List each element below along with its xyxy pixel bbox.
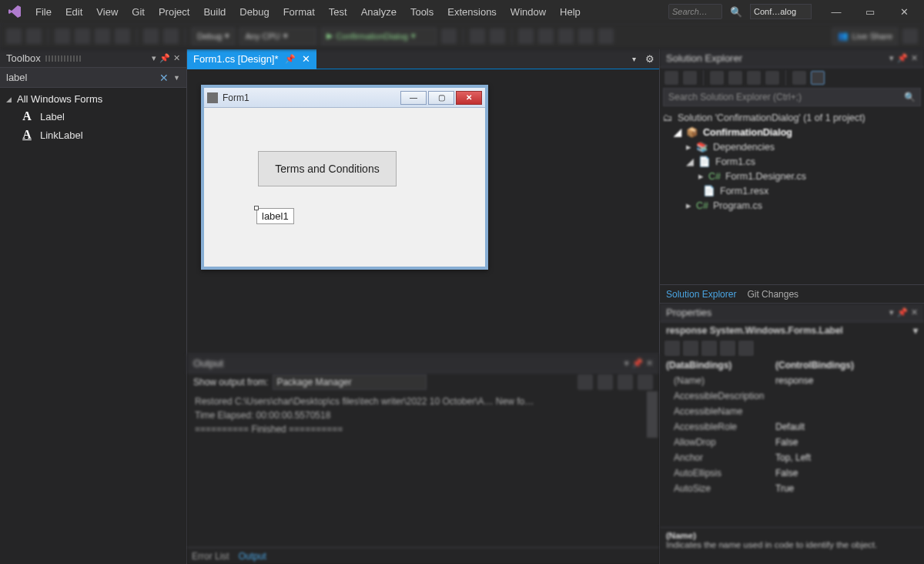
output-text[interactable]: Restored C:\Users\char\Desktop\cs files\…: [187, 391, 659, 547]
solution-search-input[interactable]: Search Solution Explorer (Ctrl+;) 🔍: [663, 88, 921, 106]
menu-help[interactable]: Help: [554, 3, 587, 21]
document-tab-form1-design[interactable]: Form1.cs [Design]* 📌 ✕: [187, 49, 316, 69]
tb-icon-a[interactable]: [470, 29, 485, 44]
property-row[interactable]: AccessibleName: [660, 404, 924, 419]
output-source-dropdown[interactable]: Package Manager: [273, 374, 427, 390]
toolbox-item-label[interactable]: ALabel: [0, 107, 186, 126]
dependencies-node[interactable]: ▸📚Dependencies: [663, 139, 921, 154]
tab-solution-explorer[interactable]: Solution Explorer: [666, 289, 736, 300]
window-minimize-button[interactable]: —: [819, 1, 853, 22]
design-form-window[interactable]: Form1 — ▢ ✕ Terms and Conditions label1: [201, 85, 488, 270]
output-tb-d[interactable]: [638, 374, 653, 390]
events-icon[interactable]: [720, 341, 735, 356]
toolbox-options-dropdown[interactable]: ▾: [152, 53, 156, 63]
pin-icon[interactable]: 📌: [897, 307, 908, 317]
home-icon[interactable]: [665, 71, 678, 85]
menu-analyze[interactable]: Analyze: [355, 3, 403, 21]
save-icon[interactable]: [95, 29, 110, 44]
toolbox-group-all[interactable]: ◢All Windows Forms: [0, 91, 186, 107]
properties-grid[interactable]: (DataBindings)(ControlBindings) (Name)re…: [660, 358, 924, 527]
menu-build[interactable]: Build: [197, 3, 232, 21]
resize-handle-icon[interactable]: [254, 206, 259, 210]
refresh-icon[interactable]: [747, 71, 761, 85]
output-tb-a[interactable]: [578, 374, 593, 390]
close-icon[interactable]: ✕: [173, 53, 180, 63]
start-without-debug-icon[interactable]: [441, 29, 457, 44]
alphabetical-icon[interactable]: [683, 341, 698, 356]
active-files-dropdown[interactable]: ▾: [628, 55, 641, 63]
pin-icon[interactable]: 📌: [897, 53, 908, 63]
collapse-all-icon[interactable]: [765, 71, 779, 85]
tb-icon-d[interactable]: [538, 29, 554, 44]
nav-fwd-icon[interactable]: [26, 29, 42, 44]
undo-icon[interactable]: [143, 29, 159, 44]
form1-designer-node[interactable]: ▸C#Form1.Designer.cs: [663, 169, 921, 183]
tab-close-icon[interactable]: ✕: [302, 53, 310, 65]
search-icon[interactable]: 🔍: [730, 6, 742, 18]
sync-icon[interactable]: [728, 71, 742, 85]
tab-output[interactable]: Output: [239, 551, 266, 562]
property-row[interactable]: (DataBindings)(ControlBindings): [660, 358, 924, 373]
solution-root[interactable]: 🗂Solution 'ConfirmationDialog' (1 of 1 p…: [663, 111, 921, 125]
design-button-terms[interactable]: Terms and Conditions: [258, 151, 397, 186]
property-row[interactable]: (Name)response: [660, 373, 924, 388]
pin-icon[interactable]: 📌: [159, 53, 170, 63]
redo-icon[interactable]: [163, 29, 179, 44]
toolbox-item-linklabel[interactable]: ALinkLabel: [0, 126, 186, 144]
property-row[interactable]: AccessibleRoleDefault: [660, 419, 924, 435]
properties-icon[interactable]: [701, 341, 717, 356]
project-badge[interactable]: Conf…alog: [750, 4, 812, 19]
property-row[interactable]: AccessibleDescription: [660, 388, 924, 404]
panel-options-dropdown[interactable]: ▾: [889, 307, 894, 317]
new-project-icon[interactable]: [55, 29, 70, 44]
form1-resx-node[interactable]: 📄Form1.resx: [663, 183, 921, 198]
live-share-button[interactable]: 👥Live Share: [832, 28, 898, 45]
winforms-designer[interactable]: Form1 — ▢ ✕ Terms and Conditions label1: [187, 69, 659, 354]
close-icon[interactable]: ✕: [911, 307, 918, 317]
open-file-icon[interactable]: [75, 29, 90, 44]
toolbox-search[interactable]: label ✕ ▼: [0, 68, 186, 88]
feedback-icon[interactable]: [902, 29, 918, 44]
property-row[interactable]: AllowDropFalse: [660, 435, 924, 450]
tb-icon-f[interactable]: [578, 29, 594, 44]
window-close-button[interactable]: ✕: [887, 1, 921, 22]
menu-window[interactable]: Window: [504, 3, 552, 21]
tb-icon-e[interactable]: [558, 29, 574, 44]
close-icon[interactable]: ✕: [911, 53, 918, 63]
design-label-label1[interactable]: label1: [256, 208, 294, 224]
menu-project[interactable]: Project: [152, 3, 196, 21]
quick-launch-input[interactable]: Search…: [668, 4, 722, 19]
solution-tree[interactable]: 🗂Solution 'ConfirmationDialog' (1 of 1 p…: [660, 109, 924, 284]
form1-node[interactable]: ◢📄Form1.cs: [663, 154, 921, 169]
program-node[interactable]: ▸C#Program.cs: [663, 198, 921, 213]
property-row[interactable]: AnchorTop, Left: [660, 450, 924, 465]
property-row[interactable]: AutoSizeTrue: [660, 481, 924, 496]
menu-tools[interactable]: Tools: [404, 3, 440, 21]
nav-back-icon[interactable]: [6, 29, 22, 44]
project-node[interactable]: ◢📦ConfirmationDialog: [663, 125, 921, 139]
menu-git[interactable]: Git: [126, 3, 151, 21]
menu-view[interactable]: View: [90, 3, 124, 21]
close-icon[interactable]: ✕: [646, 358, 653, 368]
solution-platform-dropdown[interactable]: Any CPU▾: [239, 28, 316, 45]
menu-test[interactable]: Test: [323, 3, 353, 21]
menu-format[interactable]: Format: [277, 3, 321, 21]
output-options-dropdown[interactable]: ▾: [624, 358, 629, 368]
scrollbar[interactable]: [647, 391, 658, 438]
clear-search-icon[interactable]: ✕: [159, 72, 169, 84]
output-tb-c[interactable]: [618, 374, 633, 390]
output-tb-b[interactable]: [598, 374, 613, 390]
property-row[interactable]: AutoEllipsisFalse: [660, 465, 924, 481]
tab-settings-gear-icon[interactable]: ⚙: [641, 53, 659, 65]
pending-changes-icon[interactable]: [710, 71, 724, 85]
preview-selected-icon[interactable]: [811, 71, 825, 85]
menu-edit[interactable]: Edit: [59, 3, 89, 21]
save-all-icon[interactable]: [115, 29, 130, 44]
design-form-body[interactable]: Terms and Conditions label1: [204, 108, 485, 267]
menu-file[interactable]: File: [29, 3, 58, 21]
tb-icon-c[interactable]: [518, 29, 534, 44]
tab-git-changes[interactable]: Git Changes: [747, 289, 798, 300]
tb-icon-g[interactable]: [598, 29, 614, 44]
chevron-down-icon[interactable]: ▼: [173, 74, 180, 82]
switch-views-icon[interactable]: [683, 71, 697, 85]
